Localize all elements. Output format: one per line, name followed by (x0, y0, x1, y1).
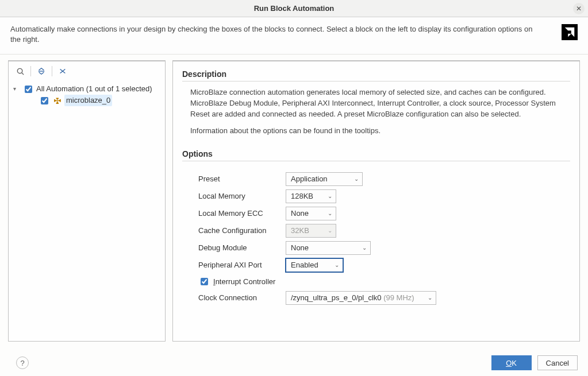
help-icon: ? (20, 359, 24, 367)
search-icon (16, 67, 25, 76)
child-checkbox[interactable] (41, 97, 48, 104)
cancel-label: Cancel (546, 359, 569, 367)
local-memory-ecc-value: None (291, 209, 309, 218)
debug-module-value: None (291, 243, 309, 252)
debug-module-combo[interactable]: None ⌄ (286, 241, 371, 255)
amd-logo (562, 24, 578, 40)
right-panel: Description MicroBlaze connection automa… (172, 60, 580, 342)
cache-config-combo: 32KB ⌄ (286, 224, 336, 238)
option-row-preset: Preset Application ⌄ (198, 170, 570, 188)
help-button[interactable]: ? (16, 356, 29, 369)
chevron-down-icon: ⌄ (328, 193, 332, 199)
tree-child-label: microblaze_0 (64, 95, 112, 106)
ok-label: OK (506, 359, 517, 367)
chevron-down-icon: ⌄ (362, 245, 367, 251)
collapse-all-button[interactable] (33, 63, 49, 79)
local-memory-label: Local Memory (198, 192, 286, 200)
preset-value: Application (291, 175, 328, 183)
cancel-button[interactable]: Cancel (537, 355, 578, 370)
description-body: MicroBlaze connection automation generat… (182, 87, 570, 149)
options-heading: Options (182, 149, 570, 158)
close-icon: ✕ (576, 5, 582, 13)
header-description: Automatically make connections in your d… (10, 24, 539, 45)
local-memory-ecc-label: Local Memory ECC (198, 209, 286, 218)
description-heading: Description (182, 69, 570, 79)
automation-tree: ▾ All Automation (1 out of 1 selected) ⧾… (9, 81, 165, 108)
clock-connection-label: Clock Connection (198, 293, 286, 302)
chevron-down-icon: ⌄ (428, 294, 432, 301)
cache-config-label: Cache Configuration (198, 226, 286, 235)
expand-all-icon (59, 67, 67, 75)
chevron-down-icon: ⌄ (335, 262, 339, 268)
footer: ? OK Cancel (0, 355, 588, 370)
tree-root-row[interactable]: ▾ All Automation (1 out of 1 selected) (11, 83, 163, 95)
interrupt-controller-checkbox[interactable] (201, 278, 208, 285)
option-row-clock-connection: Clock Connection /zynq_ultra_ps_e_0/pl_c… (198, 289, 570, 307)
ok-button[interactable]: OK (491, 355, 532, 370)
interrupt-controller-label: Interrupt Controller (213, 277, 275, 286)
peripheral-axi-value: Enabled (291, 261, 318, 269)
clock-connection-value: /zynq_ultra_ps_e_0/pl_clk0 (99 MHz) (291, 293, 414, 302)
local-memory-ecc-combo[interactable]: None ⌄ (286, 207, 336, 220)
button-row: OK Cancel (491, 355, 578, 370)
search-button[interactable] (12, 63, 28, 79)
preset-label: Preset (198, 175, 286, 183)
title-bar: Run Block Automation ✕ (0, 0, 588, 17)
option-row-peripheral-axi: Peripheral AXI Port Enabled ⌄ (198, 257, 570, 274)
close-button[interactable]: ✕ (573, 3, 585, 14)
section-rule (182, 161, 570, 161)
option-row-debug-module: Debug Module None ⌄ (198, 239, 570, 257)
description-para-2: Information about the options can be fou… (190, 126, 570, 137)
root-checkbox[interactable] (25, 86, 32, 93)
local-memory-combo[interactable]: 128KB ⌄ (286, 189, 336, 203)
collapse-all-icon (37, 67, 45, 75)
preset-combo[interactable]: Application ⌄ (286, 172, 363, 186)
option-row-cache-config: Cache Configuration 32KB ⌄ (198, 222, 570, 239)
description-para-1: MicroBlaze connection automation generat… (190, 87, 570, 120)
chevron-down-icon[interactable]: ▾ (13, 83, 20, 95)
option-row-local-memory: Local Memory 128KB ⌄ (198, 188, 570, 205)
options-body: Preset Application ⌄ Local Memory 128KB … (182, 167, 570, 307)
chevron-down-icon: ⌄ (328, 210, 332, 216)
header: Automatically make connections in your d… (0, 17, 588, 55)
chevron-down-icon: ⌄ (354, 176, 359, 182)
ip-block-icon: ⧾ (53, 95, 62, 106)
main-area: ▾ All Automation (1 out of 1 selected) ⧾… (0, 55, 588, 342)
expand-all-button[interactable] (55, 63, 71, 79)
amd-logo-icon (563, 26, 576, 38)
svg-line-1 (21, 73, 23, 75)
peripheral-axi-combo[interactable]: Enabled ⌄ (286, 258, 343, 272)
local-memory-value: 128KB (291, 192, 313, 200)
cache-config-value: 32KB (291, 226, 309, 235)
peripheral-axi-label: Peripheral AXI Port (198, 261, 286, 269)
clock-connection-combo[interactable]: /zynq_ultra_ps_e_0/pl_clk0 (99 MHz) ⌄ (286, 291, 436, 305)
toolbar-separator (30, 66, 31, 76)
option-row-interrupt-controller: Interrupt Controller (198, 274, 570, 289)
svg-point-0 (17, 68, 22, 73)
toolbar-separator (52, 66, 52, 76)
debug-module-label: Debug Module (198, 243, 286, 252)
option-row-local-memory-ecc: Local Memory ECC None ⌄ (198, 205, 570, 222)
tree-root-label: All Automation (1 out of 1 selected) (36, 83, 152, 95)
chevron-down-icon: ⌄ (328, 227, 332, 234)
tree-child-row[interactable]: ⧾ microblaze_0 (11, 95, 163, 106)
left-toolbar (9, 61, 165, 81)
section-rule (182, 81, 570, 82)
window-title: Run Block Automation (254, 4, 335, 13)
left-panel: ▾ All Automation (1 out of 1 selected) ⧾… (8, 60, 166, 342)
